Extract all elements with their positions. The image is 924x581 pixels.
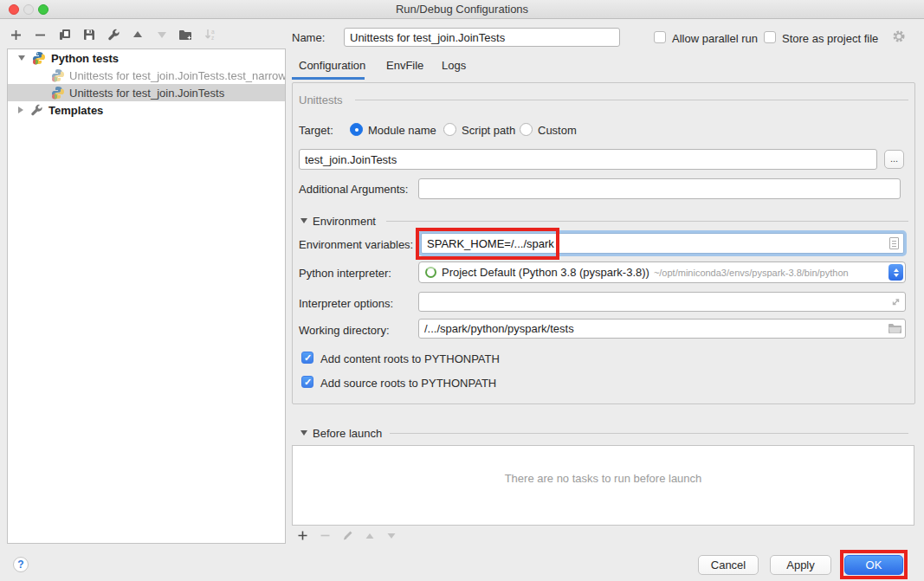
move-task-down-icon: [386, 531, 397, 541]
unittests-separator-line: [355, 100, 908, 100]
move-task-up-icon: [365, 531, 375, 541]
move-up-icon[interactable]: [130, 28, 145, 42]
environment-variables-input[interactable]: SPARK_HOME=/.../spark: [421, 233, 904, 254]
additional-arguments-input[interactable]: [418, 178, 901, 199]
new-folder-icon[interactable]: [178, 28, 193, 42]
python-interpreter-path: ~/opt/miniconda3/envs/pyspark-3.8/bin/py…: [654, 268, 849, 278]
conda-environment-icon: [425, 267, 436, 278]
configurations-tree: Python tests Unittests for test_join.Joi…: [7, 48, 286, 544]
module-name-input[interactable]: [299, 149, 877, 170]
before-launch-separator-line: [390, 433, 908, 434]
unittest-config-icon: [51, 86, 65, 100]
tree-node-label: Templates: [48, 104, 103, 117]
store-as-project-file-checkbox[interactable]: [764, 31, 776, 43]
ok-button[interactable]: OK: [844, 555, 903, 575]
copy-icon[interactable]: [57, 28, 72, 42]
combo-stepper-icon[interactable]: [888, 264, 903, 281]
tab-configuration[interactable]: Configuration: [299, 59, 365, 72]
expand-collapse-icon[interactable]: [18, 107, 23, 113]
name-label: Name:: [292, 31, 325, 44]
help-button[interactable]: ?: [13, 557, 29, 572]
folder-icon[interactable]: [888, 323, 902, 334]
environment-variables-label: Environment variables:: [299, 238, 413, 251]
allow-parallel-run-label: Allow parallel run: [672, 32, 758, 45]
svg-text:z: z: [211, 35, 214, 41]
environment-separator-line: [386, 221, 908, 222]
working-directory-input[interactable]: [418, 319, 906, 339]
python-tests-icon: [32, 51, 46, 65]
unittests-section-title: Unittests: [299, 94, 343, 107]
before-launch-empty-text: There are no tasks to run before launch: [293, 472, 914, 485]
remove-icon[interactable]: [33, 28, 48, 42]
additional-arguments-label: Additional Arguments:: [299, 183, 408, 196]
allow-parallel-run-checkbox[interactable]: [654, 31, 666, 43]
tree-node-label: Unittests for test_join.JoinTests.test_n…: [69, 69, 285, 82]
radio-custom[interactable]: [520, 123, 533, 136]
edit-environment-variables-icon[interactable]: [889, 237, 899, 249]
tab-logs[interactable]: Logs: [442, 59, 466, 72]
title-bar: Run/Debug Configurations: [0, 0, 924, 19]
radio-script-path[interactable]: [443, 123, 456, 136]
before-launch-task-list[interactable]: There are no tasks to run before launch: [292, 445, 914, 526]
add-content-roots-checkbox[interactable]: [301, 352, 313, 364]
tree-node-test-narrow[interactable]: Unittests for test_join.JoinTests.test_n…: [8, 67, 285, 84]
radio-module-name-label: Module name: [368, 124, 436, 137]
environment-section-label: Environment: [313, 215, 376, 228]
gear-icon[interactable]: [892, 29, 906, 43]
unittest-config-icon: [51, 68, 65, 82]
before-launch-section-label: Before launch: [313, 427, 382, 440]
add-content-roots-label: Add content roots to PYTHONPATH: [320, 352, 500, 365]
add-task-icon[interactable]: [297, 530, 308, 541]
templates-wrench-icon: [29, 103, 43, 117]
add-icon[interactable]: [9, 28, 23, 42]
tree-node-jointests-selected[interactable]: Unittests for test_join.JoinTests: [8, 84, 285, 101]
environment-variables-field-focus-ring: SPARK_HOME=/.../spark: [418, 230, 907, 256]
edit-task-icon: [342, 530, 353, 541]
move-down-icon: [154, 28, 169, 42]
cancel-button[interactable]: Cancel: [698, 555, 759, 575]
add-source-roots-label: Add source roots to PYTHONPATH: [320, 377, 496, 390]
tab-envfile[interactable]: EnvFile: [386, 59, 423, 72]
radio-custom-label: Custom: [538, 124, 577, 137]
environment-collapse-icon[interactable]: [300, 218, 307, 223]
add-source-roots-checkbox[interactable]: [301, 376, 313, 388]
tree-node-python-tests[interactable]: Python tests: [8, 49, 285, 67]
expand-field-icon[interactable]: [890, 296, 901, 307]
interpreter-options-input[interactable]: [418, 292, 906, 312]
tree-node-label: Unittests for test_join.JoinTests: [69, 87, 224, 100]
python-interpreter-select[interactable]: Project Default (Python 3.8 (pyspark-3.8…: [418, 261, 906, 283]
sort-alphabetically-icon: az: [203, 28, 217, 42]
configurations-toolbar: az: [9, 24, 217, 45]
python-interpreter-label: Python interpreter:: [299, 267, 391, 280]
run-debug-configurations-dialog: Run/Debug Configurations az: [0, 0, 924, 581]
before-launch-toolbar: [297, 530, 397, 541]
svg-text:a: a: [211, 29, 215, 35]
browse-module-button[interactable]: ...: [884, 150, 904, 169]
radio-script-path-label: Script path: [462, 124, 515, 137]
active-tab-underline: [292, 77, 365, 80]
radio-module-name[interactable]: [350, 123, 363, 136]
save-icon[interactable]: [81, 28, 96, 42]
working-directory-label: Working directory:: [299, 324, 390, 337]
expand-collapse-icon[interactable]: [18, 55, 25, 61]
environment-variables-value: SPARK_HOME=/.../spark: [427, 237, 554, 250]
remove-task-icon: [320, 530, 331, 541]
tree-node-templates[interactable]: Templates: [8, 101, 285, 119]
window-title: Run/Debug Configurations: [0, 3, 924, 16]
edit-templates-wrench-icon[interactable]: [106, 28, 120, 42]
store-as-project-file-label: Store as project file: [782, 32, 878, 45]
name-input[interactable]: [344, 28, 620, 47]
apply-button[interactable]: Apply: [770, 555, 831, 575]
before-launch-collapse-icon[interactable]: [300, 430, 307, 436]
target-label: Target:: [299, 124, 333, 137]
python-interpreter-value: Project Default (Python 3.8 (pyspark-3.8…: [442, 266, 649, 279]
tree-node-label: Python tests: [51, 52, 119, 65]
interpreter-options-label: Interpreter options:: [299, 297, 393, 310]
